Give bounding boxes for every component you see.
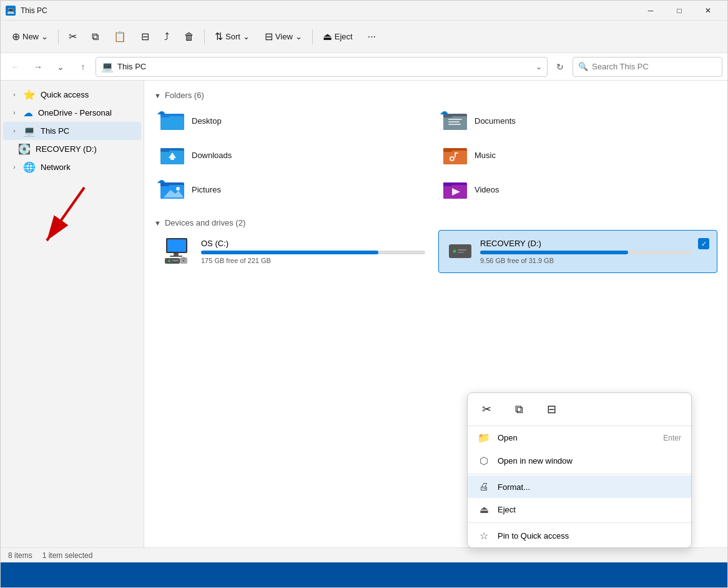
videos-label: Videos bbox=[475, 185, 499, 194]
back-button[interactable]: ← bbox=[6, 57, 26, 77]
svg-rect-20 bbox=[455, 152, 458, 154]
eject-button[interactable]: ⏏ Eject bbox=[317, 26, 359, 48]
ctx-eject-label: Eject bbox=[498, 505, 681, 514]
folder-item-pictures[interactable]: ☁ Pictures bbox=[154, 174, 435, 206]
sidebar-item-this-pc[interactable]: › 💻 This PC bbox=[3, 122, 141, 140]
ctx-open-label: Open bbox=[498, 433, 656, 442]
up-button[interactable]: ↑ bbox=[73, 57, 93, 77]
ctx-item-pin[interactable]: ☆ Pin to Quick access bbox=[468, 524, 691, 547]
sort-label: Sort bbox=[225, 32, 240, 41]
devices-section-header[interactable]: ▼ Devices and drives (2) bbox=[154, 213, 717, 230]
network-icon: 🌐 bbox=[23, 161, 36, 173]
svg-point-38 bbox=[183, 260, 185, 262]
folder-item-documents[interactable]: ☁ Documents bbox=[437, 105, 717, 137]
ctx-open-new-label: Open in new window bbox=[498, 456, 681, 466]
pictures-cloud-badge: ☁ bbox=[157, 175, 165, 185]
folder-item-videos[interactable]: Videos bbox=[437, 174, 717, 206]
address-chevron-icon[interactable]: ⌄ bbox=[536, 62, 542, 71]
view-label: View bbox=[275, 32, 293, 41]
close-button[interactable]: ✕ bbox=[694, 1, 722, 21]
separator-2 bbox=[204, 29, 205, 44]
ctx-cut-icon: ✂ bbox=[482, 402, 491, 416]
address-bar[interactable]: 💻 This PC ⌄ bbox=[96, 57, 548, 77]
recovery-drive-name: RECOVERY (D:) bbox=[480, 239, 692, 248]
more-icon: ··· bbox=[368, 31, 376, 42]
recent-locations-button[interactable]: ⌄ bbox=[51, 57, 71, 77]
ctx-item-format[interactable]: 🖨 Format... bbox=[468, 476, 691, 498]
drive-os-c[interactable]: OS (C:) 175 GB free of 221 GB bbox=[154, 230, 433, 273]
window-title: This PC bbox=[21, 6, 631, 15]
folder-item-music[interactable]: Music bbox=[437, 139, 717, 171]
view-button[interactable]: ⊟ View ⌄ bbox=[258, 26, 308, 48]
rename-button[interactable]: ⊟ bbox=[135, 26, 155, 48]
folder-item-downloads[interactable]: Downloads bbox=[154, 139, 435, 171]
os-drive-svg bbox=[162, 237, 195, 264]
new-button[interactable]: ⊕ New ⌄ bbox=[6, 26, 54, 48]
ctx-divider-1 bbox=[468, 474, 691, 474]
pictures-label: Pictures bbox=[192, 185, 221, 194]
search-bar[interactable]: 🔍 bbox=[573, 57, 722, 77]
svg-point-25 bbox=[176, 187, 180, 191]
os-drive-icon-wrapper bbox=[162, 237, 195, 266]
share-button[interactable]: ⤴ bbox=[158, 26, 175, 48]
ctx-open-new-icon: ⬡ bbox=[478, 455, 490, 467]
sort-button[interactable]: ⇅ Sort ⌄ bbox=[209, 26, 256, 48]
ctx-paste-button[interactable]: ⊟ bbox=[540, 398, 563, 421]
svg-rect-36 bbox=[172, 260, 179, 261]
os-drive-bar-container bbox=[201, 251, 425, 254]
ctx-item-eject[interactable]: ⏏ Eject bbox=[468, 498, 691, 521]
ctx-item-open-new-window[interactable]: ⬡ Open in new window bbox=[468, 449, 691, 472]
svg-point-18 bbox=[451, 157, 453, 160]
this-pc-label: This PC bbox=[41, 126, 134, 136]
share-icon: ⤴ bbox=[164, 31, 169, 42]
folders-section-header[interactable]: ▼ Folders (6) bbox=[154, 86, 717, 102]
taskbar bbox=[1, 562, 727, 587]
window-icon: 💻 bbox=[6, 6, 16, 16]
forward-button[interactable]: → bbox=[28, 57, 48, 77]
music-label: Music bbox=[475, 151, 496, 160]
more-button[interactable]: ··· bbox=[362, 26, 382, 48]
delete-button[interactable]: 🗑 bbox=[178, 26, 200, 48]
new-label: New bbox=[22, 32, 39, 41]
cut-button[interactable]: ✂ bbox=[62, 26, 83, 48]
ctx-divider-2 bbox=[468, 522, 691, 523]
search-input[interactable] bbox=[592, 62, 717, 71]
onedrive-icon: ☁ bbox=[23, 107, 33, 119]
ctx-cut-button[interactable]: ✂ bbox=[475, 398, 498, 421]
sidebar-item-quick-access[interactable]: › ⭐ Quick access bbox=[3, 86, 141, 104]
ctx-copy-button[interactable]: ⧉ bbox=[508, 398, 530, 421]
paste-button[interactable]: 📋 bbox=[107, 26, 132, 48]
minimize-button[interactable]: ─ bbox=[636, 1, 665, 21]
svg-rect-13 bbox=[170, 158, 174, 160]
ctx-copy-icon: ⧉ bbox=[515, 403, 523, 416]
svg-rect-4 bbox=[443, 116, 467, 130]
sidebar-item-onedrive[interactable]: › ☁ OneDrive - Personal bbox=[3, 104, 141, 122]
toolbar: ⊕ New ⌄ ✂ ⧉ 📋 ⊟ ⤴ 🗑 ⇅ Sort ⌄ ⊟ bbox=[1, 21, 727, 53]
maximize-button[interactable]: □ bbox=[665, 1, 694, 21]
view-icon: ⊟ bbox=[265, 31, 273, 42]
onedrive-chevron: › bbox=[11, 109, 18, 116]
ctx-item-open[interactable]: 📁 Open Enter bbox=[468, 426, 691, 449]
svg-point-35 bbox=[168, 260, 170, 262]
desktop-icon-wrapper: ☁ bbox=[160, 110, 185, 132]
this-pc-icon: 💻 bbox=[23, 125, 36, 137]
svg-rect-7 bbox=[448, 121, 460, 122]
drive-recovery-d[interactable]: RECOVERY (D:) 9.56 GB free of 31.9 GB ✓ bbox=[438, 230, 717, 273]
sidebar-item-recovery[interactable]: 💽 RECOVERY (D:) bbox=[3, 140, 141, 158]
sidebar-item-network[interactable]: › 🌐 Network bbox=[3, 158, 141, 176]
svg-rect-33 bbox=[170, 256, 182, 257]
devices-header-text: Devices and drives (2) bbox=[165, 218, 245, 227]
new-caret-icon: ⌄ bbox=[41, 32, 48, 41]
svg-rect-28 bbox=[443, 182, 452, 186]
rename-icon: ⊟ bbox=[141, 31, 149, 42]
folder-item-desktop[interactable]: ☁ Desktop bbox=[154, 105, 435, 137]
copy-button[interactable]: ⧉ bbox=[86, 26, 105, 48]
ctx-open-shortcut: Enter bbox=[663, 434, 681, 442]
refresh-button[interactable]: ↻ bbox=[550, 57, 570, 77]
status-bar: 8 items 1 item selected bbox=[1, 547, 727, 562]
ctx-rename-icon: ⊟ bbox=[547, 402, 556, 416]
ctx-format-icon: 🖨 bbox=[478, 481, 490, 492]
svg-rect-1 bbox=[160, 116, 184, 130]
context-menu: ✂ ⧉ ⊟ 📁 Open Enter ⬡ Open in new window … bbox=[467, 392, 692, 548]
ctx-format-label: Format... bbox=[498, 482, 681, 492]
